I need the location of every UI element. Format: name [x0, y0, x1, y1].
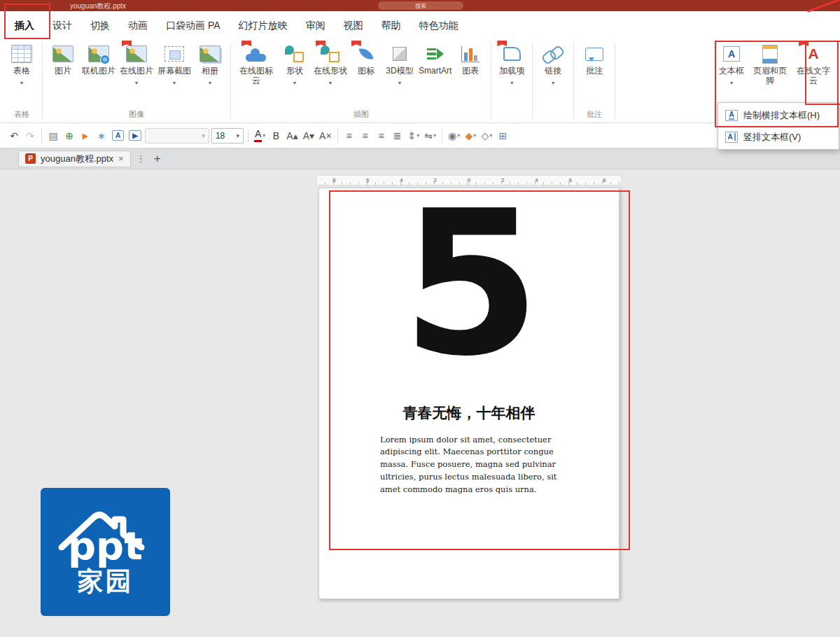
menu-tab[interactable]: 视图	[335, 11, 372, 39]
ribbon-button-icon	[423, 43, 448, 64]
font-family-select[interactable]	[145, 128, 209, 144]
decrease-font-button[interactable]: A▾	[302, 127, 316, 144]
ribbon-button-label: SmartArt	[419, 66, 451, 76]
ribbon-button[interactable]: 在线文字云	[792, 41, 835, 86]
ribbon-button[interactable]: 表格	[5, 41, 38, 87]
more-options-icon[interactable]: ⋮	[136, 153, 146, 164]
increase-font-button[interactable]: A▴	[285, 127, 299, 144]
group-label: 插图	[234, 108, 487, 122]
shape-outline-button[interactable]: ◇	[479, 127, 493, 144]
align-left-button[interactable]: ≡	[342, 127, 356, 144]
ribbon-button[interactable]: 页眉和页脚	[748, 41, 792, 86]
ribbon-button-icon	[458, 43, 483, 64]
ribbon-button-label: 在线图标云	[237, 66, 276, 86]
slide-body-text[interactable]: Lorem ipsum dolor sit amet, consectetuer…	[380, 434, 558, 496]
ribbon-button[interactable]: 在线图标云	[234, 41, 278, 86]
slide-big-number[interactable]: 5	[319, 194, 619, 374]
clear-format-button[interactable]: A×	[318, 127, 333, 144]
ribbon-button-label: 加载项	[499, 66, 524, 76]
ribbon-group-addins: 加载项	[491, 39, 532, 122]
toolbar-icon: ⊕	[65, 130, 74, 141]
divider[interactable]	[41, 129, 42, 143]
quick-table-button[interactable]: ⊞	[496, 127, 510, 144]
ribbon-button[interactable]: 3D模型	[383, 41, 416, 87]
toolbar-icon: ≡	[346, 130, 351, 141]
ribbon-button[interactable]: 图标	[349, 41, 383, 76]
menu-item[interactable]: 绘制横排文本框(H)	[718, 104, 839, 126]
ribbon-button[interactable]: 图表	[454, 41, 487, 76]
new-tab-button[interactable]: +	[154, 152, 161, 166]
plugin-flag-button[interactable]: ►	[78, 127, 92, 144]
ppt-jiayuan-logo: ppt 家园	[41, 488, 170, 616]
online-badge-icon	[351, 41, 361, 46]
divider[interactable]	[248, 129, 248, 143]
ribbon-button[interactable]: 图片	[46, 41, 80, 76]
ribbon-button-icon	[197, 43, 223, 64]
plugin-star-button[interactable]: ∗	[94, 127, 108, 144]
align-right-button[interactable]: ≡	[374, 127, 388, 144]
menu-tab[interactable]: 特色功能	[410, 11, 468, 39]
quick-textbox-button[interactable]: A	[111, 127, 125, 144]
ribbon-button[interactable]: 联机图片	[80, 41, 118, 76]
font-size-select[interactable]: 18	[211, 128, 244, 144]
ribbon-button[interactable]: 在线形状	[312, 41, 349, 87]
ribbon-button-icon	[124, 43, 149, 64]
ribbon-button[interactable]: 屏幕截图	[155, 41, 193, 87]
quick-media-button[interactable]: ▶	[127, 127, 143, 144]
slide-canvas[interactable]: 864202468 5 青春无悔，十年相伴 Lorem ipsum dolor …	[0, 169, 840, 637]
bold-button[interactable]: B	[269, 127, 283, 144]
menu-tab[interactable]: 帮助	[372, 11, 410, 39]
toolbar-icon: ►	[80, 130, 90, 141]
slide[interactable]: 5 青春无悔，十年相伴 Lorem ipsum dolor sit amet, …	[318, 188, 620, 599]
shape-fill-button[interactable]: ◆	[463, 127, 477, 144]
toolbar-icon: ▶	[129, 130, 141, 141]
divider[interactable]	[337, 129, 338, 143]
menu-tab[interactable]: 设计	[43, 11, 81, 39]
divider[interactable]	[442, 129, 442, 143]
slide-layout-button[interactable]: ▤	[46, 127, 60, 144]
ribbon-button[interactable]: SmartArt	[416, 41, 454, 76]
ribbon-button-icon	[757, 43, 783, 64]
ribbon-group-illustrations: 在线图标云 形状 在线形状 图标 3D模型 SmartArt	[231, 39, 491, 122]
menu-tab[interactable]: 审阅	[297, 11, 335, 39]
document-tab[interactable]: P youguan教程.pptx ×	[18, 150, 131, 167]
toolbar-icon: ▤	[48, 130, 57, 141]
chevron-down-icon	[730, 77, 733, 87]
menu-tab[interactable]: 幻灯片放映	[230, 11, 297, 39]
ribbon-button[interactable]: 相册	[193, 41, 227, 87]
shapes-gallery-button[interactable]: ◉	[447, 127, 461, 144]
undo-button[interactable]: ↶	[7, 127, 21, 144]
close-icon[interactable]: ×	[118, 153, 124, 164]
align-center-button[interactable]: ≡	[358, 127, 372, 144]
ribbon-button-icon	[86, 43, 111, 64]
line-spacing-button[interactable]: ⇕	[407, 127, 421, 144]
toolbar-icon: ⇋	[424, 130, 433, 141]
menu-tab[interactable]: 切换	[81, 11, 119, 39]
redo-button[interactable]: ↷	[23, 127, 37, 144]
menu-item[interactable]: 竖排文本框(V)	[718, 126, 839, 148]
ribbon-button[interactable]: 文本框	[715, 41, 748, 87]
title-bar: youguan教程.pptx 搜索	[0, 0, 840, 11]
menu-tab[interactable]: 插入	[6, 11, 43, 39]
textbox-icon	[725, 132, 738, 143]
search-box[interactable]: 搜索	[378, 1, 463, 10]
ribbon-button[interactable]: 批注	[578, 41, 611, 76]
powerpoint-file-icon: P	[25, 153, 36, 164]
menu-tab[interactable]: 动画	[119, 11, 157, 39]
plugin-green-button[interactable]: ⊕	[62, 127, 76, 144]
justify-button[interactable]: ≣	[391, 127, 405, 144]
ribbon-button[interactable]: 链接	[536, 41, 570, 87]
ribbon-button[interactable]: 加载项	[495, 41, 528, 87]
ruler-number: 6	[351, 177, 384, 183]
ribbon-button[interactable]: 在线图片	[118, 41, 155, 87]
ribbon-button-label: 相册	[202, 66, 218, 76]
ribbon-button-icon	[387, 43, 412, 64]
menu-tab[interactable]: 口袋动画 PA	[157, 11, 230, 39]
toolbar-icon: ↶	[10, 130, 18, 141]
slide-title[interactable]: 青春无悔，十年相伴	[319, 403, 619, 423]
text-direction-button[interactable]: ⇋	[423, 127, 438, 144]
font-color-button[interactable]: A	[253, 127, 267, 144]
ribbon-button[interactable]: 形状	[278, 41, 312, 87]
ribbon-button-label: 图表	[462, 66, 479, 76]
ribbon: 表格 表格 图片 联机图片 在线图片 屏幕截图 相册	[0, 39, 840, 123]
